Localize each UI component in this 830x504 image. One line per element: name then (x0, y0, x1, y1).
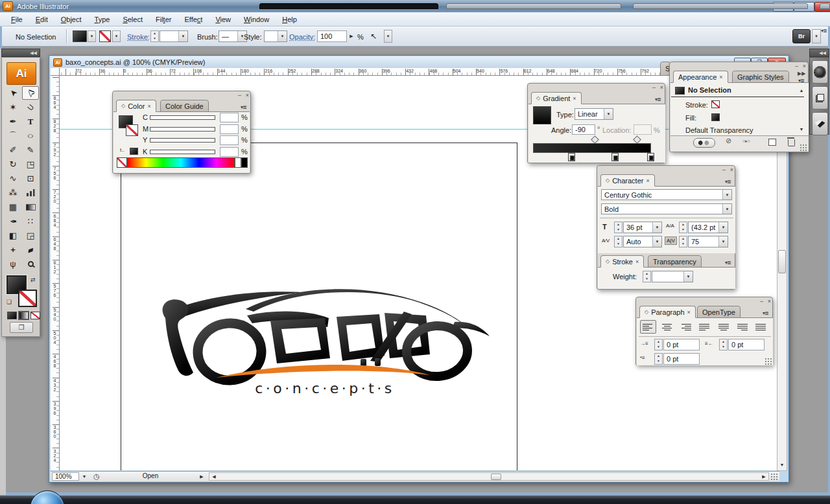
right-indent-spinner[interactable]: ▲▼ (719, 339, 728, 350)
menu-item-select[interactable]: Select (117, 14, 148, 25)
scale-tool[interactable]: ◳ (22, 157, 39, 171)
spectrum-white-chip[interactable] (235, 157, 241, 168)
justify-all-button[interactable] (753, 320, 769, 334)
v-scroll-thumb[interactable] (778, 250, 786, 273)
font-family-combo[interactable]: Century Gothic ▼ (601, 189, 732, 200)
kerning-dropdown[interactable]: ▼ (652, 236, 661, 247)
last-color-icon[interactable]: t.. (120, 147, 124, 153)
arc-tool[interactable]: ⌒ (5, 129, 21, 143)
spectrum-none-chip[interactable] (117, 157, 127, 168)
lasso-tool[interactable]: ⊃ (22, 100, 39, 114)
window-resize-grip[interactable] (770, 473, 778, 481)
color-panel-flyout-icon[interactable]: ▾≣ (241, 104, 246, 110)
tab-character[interactable]: ◇ Character × (600, 174, 655, 187)
color-panel-close-icon[interactable]: × (244, 93, 251, 99)
spinner-down-icon[interactable]: ▼ (655, 359, 662, 364)
toolbar-collapse-header[interactable]: ◀◀ (1, 49, 40, 57)
fill-color-swatch[interactable] (73, 30, 87, 42)
menu-item-type[interactable]: Type (89, 14, 116, 25)
character-panel-flyout-icon[interactable]: ▾≣ (725, 179, 731, 185)
gradient-midpoint[interactable] (633, 135, 641, 144)
menu-item-view[interactable]: View (209, 14, 237, 25)
tab-paragraph-close-icon[interactable]: × (687, 309, 691, 315)
justify-right-button[interactable] (734, 320, 750, 334)
select-similar-dropdown[interactable]: ▼ (384, 30, 392, 43)
taskbar-button-active[interactable] (259, 3, 438, 9)
tracking-spinner[interactable]: ▲▼ (679, 236, 687, 247)
paragraph-resize-grip[interactable] (765, 358, 772, 365)
paragraph-panel-minimize-icon[interactable]: – (758, 299, 765, 305)
fill-color-dropdown[interactable]: ▼ (88, 30, 96, 42)
color-slider-y[interactable] (150, 138, 215, 143)
paintbrush-tool[interactable]: ✐ (5, 143, 21, 157)
color-value-k[interactable] (220, 147, 239, 157)
font-family-dropdown[interactable]: ▼ (722, 190, 731, 200)
mesh-tool[interactable]: ▦ (5, 200, 21, 214)
color-slider-m[interactable] (150, 127, 215, 132)
spinner-up-icon[interactable]: ▲ (643, 271, 650, 277)
column-graph-tool[interactable] (22, 186, 39, 200)
ellipse-tool[interactable]: ○ (22, 129, 39, 143)
panel-collapse-icon[interactable]: ◇ (536, 95, 540, 101)
type-tool[interactable]: T (22, 115, 39, 128)
spinner-up-icon[interactable]: ▲ (680, 222, 687, 227)
appearance-panel-flyout-icon[interactable]: ▾≣ (798, 78, 804, 84)
spectrum-black-chip[interactable] (241, 157, 248, 168)
spinner-down-icon[interactable]: ▼ (151, 36, 158, 41)
spinner-down-icon[interactable]: ▼ (680, 227, 687, 233)
appearance-scroll-down[interactable]: ▼ (798, 126, 805, 132)
zoom-tool[interactable] (22, 257, 39, 271)
spinner-up-icon[interactable]: ▲ (655, 339, 662, 345)
tab-graphic-styles[interactable]: Graphic Styles (732, 71, 789, 83)
duplicate-item-icon[interactable]: ○▸○ (742, 139, 750, 144)
tab-opentype[interactable]: OpenType (697, 306, 741, 318)
taskbar-button-2[interactable] (446, 3, 621, 9)
style-combo[interactable]: ▼ (264, 30, 287, 42)
align-center-button[interactable] (659, 320, 675, 334)
gradient-stop[interactable] (611, 153, 619, 161)
character-panel-close-icon[interactable]: × (728, 167, 735, 174)
appearance-stroke-swatch[interactable] (711, 100, 720, 108)
gradient-type-combo[interactable]: Linear ▼ (575, 108, 613, 120)
toolbar-stroke-proxy[interactable] (18, 290, 37, 307)
left-indent-field[interactable]: 0 pt (663, 339, 700, 350)
first-line-indent-field[interactable]: 0 pt (663, 353, 700, 365)
character-panel-minimize-icon[interactable]: – (720, 167, 728, 174)
h-scroll-thumb[interactable] (491, 474, 501, 480)
spinner-up-icon[interactable]: ▲ (615, 222, 622, 227)
go-to-bridge-button[interactable]: Br (792, 29, 811, 43)
clear-appearance-icon[interactable]: ⊘ (726, 137, 731, 145)
reduce-to-basic-appearance-button[interactable] (693, 138, 715, 148)
default-fill-stroke-icon[interactable]: ❏ (6, 299, 12, 305)
gradient-stop[interactable] (647, 153, 654, 161)
gradient-mode-button[interactable] (19, 312, 29, 319)
gradient-preview-swatch[interactable] (533, 106, 551, 124)
color-slider-c[interactable] (150, 115, 215, 120)
magic-wand-tool[interactable]: ✶ (5, 100, 21, 114)
swap-fill-stroke-icon[interactable]: ⇄ (30, 277, 36, 283)
none-mode-button[interactable] (30, 312, 40, 319)
spectrum-rainbow[interactable] (127, 157, 235, 168)
color-spectrum-bar[interactable] (117, 157, 248, 168)
ruler-origin-box[interactable] (51, 68, 60, 76)
appearance-panel-minimize-icon[interactable]: – (793, 63, 800, 70)
panel-collapse-icon[interactable]: ◇ (606, 178, 610, 183)
paragraph-panel-flyout-icon[interactable]: ▾≣ (763, 310, 768, 316)
eraser-tool[interactable]: ▰ (22, 243, 39, 257)
stroke-color-dropdown[interactable]: ▼ (112, 30, 121, 42)
align-left-button[interactable] (640, 320, 656, 334)
kerning-combo[interactable]: Auto ▼ (623, 236, 662, 247)
first-line-indent-spinner[interactable]: ▲▼ (654, 353, 663, 365)
screen-mode-button[interactable]: ❐ (10, 322, 33, 333)
tab-appearance-close-icon[interactable]: × (719, 74, 722, 80)
tab-stroke[interactable]: ◇ Stroke × (600, 255, 644, 268)
brush-combo[interactable]: — ▼ (219, 30, 247, 42)
opacity-slider-arrow[interactable]: ▶ (349, 32, 354, 40)
h-scrollbar[interactable]: ◀ ▶ (209, 472, 769, 481)
spinner-up-icon[interactable]: ▲ (680, 236, 687, 242)
spinner-down-icon[interactable]: ▼ (655, 345, 662, 350)
menu-item-file[interactable]: File (5, 14, 29, 25)
color-value-y[interactable] (220, 135, 239, 145)
tab-color-guide[interactable]: Color Guide (160, 100, 209, 112)
panel-collapse-icon[interactable]: ◇ (121, 103, 125, 109)
